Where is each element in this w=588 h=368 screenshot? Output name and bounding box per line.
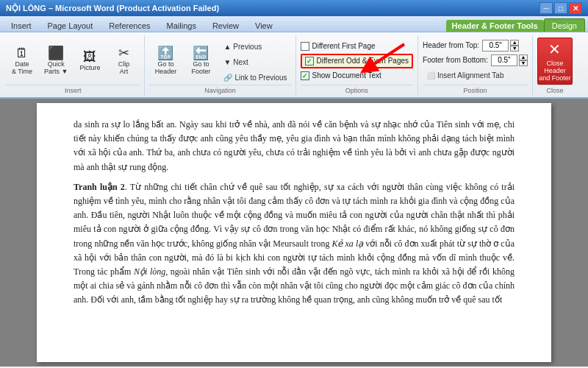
ribbon-group-insert: 🗓 Date& Time ⬛ QuickParts ▼ 🖼 Picture ✂ … [1,35,145,96]
alignment-tab-icon: ⬜ [426,71,435,79]
header-from-top-input-wrapper: 0.5" ▲ ▼ [482,40,519,52]
ribbon-group-position: Header from Top: 0.5" ▲ ▼ Footer from Bo… [418,35,533,96]
close-group-label: Close [537,85,573,94]
header-from-top-row: Header from Top: 0.5" ▲ ▼ [423,40,528,52]
tab-page-layout[interactable]: Page Layout [40,18,101,32]
ribbon-group-options: Different First Page ✓ Different Odd & E… [296,35,418,96]
navigation-group-label: Navigation [149,85,290,94]
close-header-footer-button[interactable]: ✕ Close Headerand Footer [537,38,573,85]
different-odd-even-option: ✓ Different Odd & Even Pages [305,57,409,66]
date-time-button[interactable]: 🗓 Date& Time [6,38,38,85]
show-document-text-checkbox[interactable]: ✓ [301,71,309,80]
picture-icon: 🖼 [83,50,96,63]
tab-mailings[interactable]: Mailings [159,18,204,32]
paragraph-1: da sinh ra sự lo lắng bất an. Ngày sau k… [74,118,514,174]
go-to-header-button[interactable]: 🔝 Go toHeader [149,38,182,85]
different-odd-even-highlight: ✓ Different Odd & Even Pages [301,54,413,68]
noi-long-italic: Nội lòng [134,266,165,277]
go-to-footer-icon: 🔚 [193,46,209,60]
options-group-label: Options [301,85,413,94]
footer-from-bottom-spin: ▲ ▼ [519,54,528,66]
previous-icon: ▲ [223,43,231,51]
ke-xa-la-italic: Kẻ xa lạ [331,238,363,249]
ribbon-group-navigation: 🔝 Go toHeader 🔚 Go toFooter ▲ Previous [145,35,295,96]
next-label: Next [233,58,248,66]
link-to-previous-button[interactable]: 🔗 Link to Previous [220,71,290,85]
different-odd-even-label: Different Odd & Even Pages [317,57,409,65]
title-bar: NỘI LÒNG – Microsoft Word (Product Activ… [0,0,588,16]
footer-from-bottom-up[interactable]: ▲ [519,54,528,60]
ribbon: 🗓 Date& Time ⬛ QuickParts ▼ 🖼 Picture ✂ … [0,32,588,99]
header-from-top-down[interactable]: ▼ [510,46,519,52]
tab-review[interactable]: Review [204,18,247,32]
alignment-tab-label: Insert Alignment Tab [437,71,503,79]
close-label: Close Headerand Footer [538,60,572,82]
go-to-footer-button[interactable]: 🔚 Go toFooter [184,38,217,85]
header-from-top-up[interactable]: ▲ [510,40,519,46]
document-area: da sinh ra sự lo lắng bất an. Ngày sau k… [0,99,588,367]
header-footer-tools-label: Header & Footer Tools [446,20,544,32]
different-first-page-label: Different First Page [312,42,376,50]
show-document-text-label: Show Document Text [312,71,381,79]
ribbon-group-close: ✕ Close Headerand Footer Close [533,35,577,96]
footer-from-bottom-input[interactable]: 0.5" [491,54,517,66]
different-odd-even-checkbox[interactable]: ✓ [305,57,314,66]
tranh-luan-bold: Tranh luận 2 [74,182,125,192]
close-x-icon: ✕ [548,40,561,58]
restore-button[interactable]: □ [554,2,567,14]
footer-from-bottom-label: Footer from Bottom: [423,56,488,64]
close-window-button[interactable]: ✕ [569,2,582,14]
link-icon: 🔗 [223,74,232,82]
previous-button[interactable]: ▲ Previous [220,40,290,54]
header-from-top-spin: ▲ ▼ [510,40,519,52]
ribbon-tabs: Insert Page Layout References Mailings R… [0,16,588,32]
header-from-top-label: Header from Top: [423,41,479,49]
header-from-top-input[interactable]: 0.5" [482,40,509,52]
paragraph-2: Tranh luận 2. Từ những chi tiết chân chứ… [74,180,514,308]
go-to-header-icon: 🔝 [157,46,173,60]
next-icon: ▼ [223,58,231,66]
clip-art-button[interactable]: ✂ ClipArt [107,38,140,85]
date-time-icon: 🗓 [15,46,29,60]
tab-references[interactable]: References [101,18,158,32]
different-first-page-option: Different First Page [301,42,376,51]
link-label: Link to Previous [234,74,287,82]
insert-alignment-tab-button[interactable]: ⬜ Insert Alignment Tab [423,69,528,82]
picture-button[interactable]: 🖼 Picture [74,38,106,85]
different-first-page-checkbox[interactable] [301,42,309,51]
next-button[interactable]: ▼ Next [220,56,290,69]
footer-from-bottom-input-wrapper: 0.5" ▲ ▼ [491,54,528,66]
title-text: NỘI LÒNG – Microsoft Word (Product Activ… [6,4,539,13]
tab-view[interactable]: View [247,18,281,32]
previous-label: Previous [233,43,262,51]
clip-art-icon: ✂ [118,46,129,60]
quick-parts-button[interactable]: ⬛ QuickParts ▼ [40,38,72,85]
minimize-button[interactable]: ─ [539,2,553,14]
insert-group-label: Insert [6,85,140,94]
footer-from-bottom-row: Footer from Bottom: 0.5" ▲ ▼ [423,54,528,66]
document-page: da sinh ra sự lo lắng bất an. Ngày sau k… [37,103,551,362]
position-group-label: Position [423,85,528,94]
tab-design[interactable]: Design [544,18,585,32]
footer-from-bottom-down[interactable]: ▼ [519,60,528,66]
tab-insert[interactable]: Insert [3,18,40,32]
quick-parts-icon: ⬛ [48,46,64,60]
show-document-text-option: ✓ Show Document Text [301,71,381,80]
